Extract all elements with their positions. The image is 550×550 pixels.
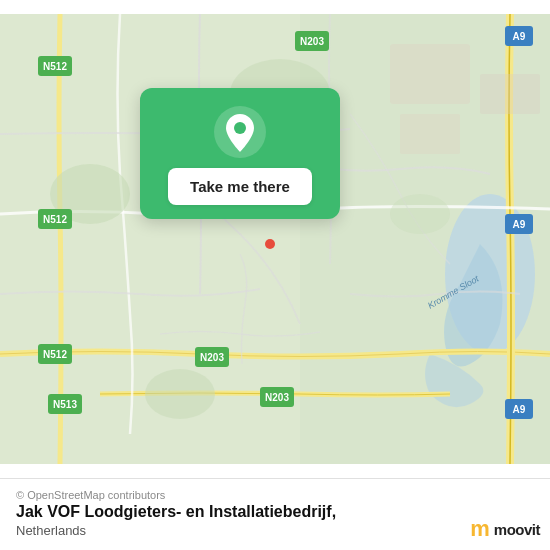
svg-text:N512: N512 bbox=[43, 349, 67, 360]
moovit-m-icon: m bbox=[470, 516, 490, 542]
svg-point-7 bbox=[390, 194, 450, 234]
location-pin-icon bbox=[214, 106, 266, 158]
svg-rect-9 bbox=[480, 74, 540, 114]
svg-point-32 bbox=[265, 239, 275, 249]
svg-rect-10 bbox=[400, 114, 460, 154]
svg-point-6 bbox=[145, 369, 215, 419]
svg-text:A9: A9 bbox=[513, 31, 526, 42]
svg-text:N203: N203 bbox=[200, 352, 224, 363]
svg-text:N512: N512 bbox=[43, 214, 67, 225]
svg-text:N203: N203 bbox=[265, 392, 289, 403]
bottom-info-bar: © OpenStreetMap contributors Jak VOF Loo… bbox=[0, 478, 550, 550]
svg-text:N203: N203 bbox=[300, 36, 324, 47]
svg-point-34 bbox=[234, 122, 246, 134]
app-container: A9 A9 A9 N512 N512 N512 N203 N203 N203 N… bbox=[0, 0, 550, 550]
svg-text:N513: N513 bbox=[53, 399, 77, 410]
location-card: Take me there bbox=[140, 88, 340, 219]
svg-rect-8 bbox=[390, 44, 470, 104]
map-svg: A9 A9 A9 N512 N512 N512 N203 N203 N203 N… bbox=[0, 0, 550, 478]
svg-text:A9: A9 bbox=[513, 404, 526, 415]
moovit-wordmark: moovit bbox=[494, 521, 540, 538]
map-area: A9 A9 A9 N512 N512 N512 N203 N203 N203 N… bbox=[0, 0, 550, 478]
svg-text:N512: N512 bbox=[43, 61, 67, 72]
attribution-text: © OpenStreetMap contributors bbox=[16, 489, 534, 501]
moovit-logo: m moovit bbox=[470, 516, 540, 542]
take-me-there-button[interactable]: Take me there bbox=[168, 168, 312, 205]
location-title: Jak VOF Loodgieters- en Installatiebedri… bbox=[16, 503, 534, 521]
location-subtitle: Netherlands bbox=[16, 523, 534, 538]
svg-text:A9: A9 bbox=[513, 219, 526, 230]
